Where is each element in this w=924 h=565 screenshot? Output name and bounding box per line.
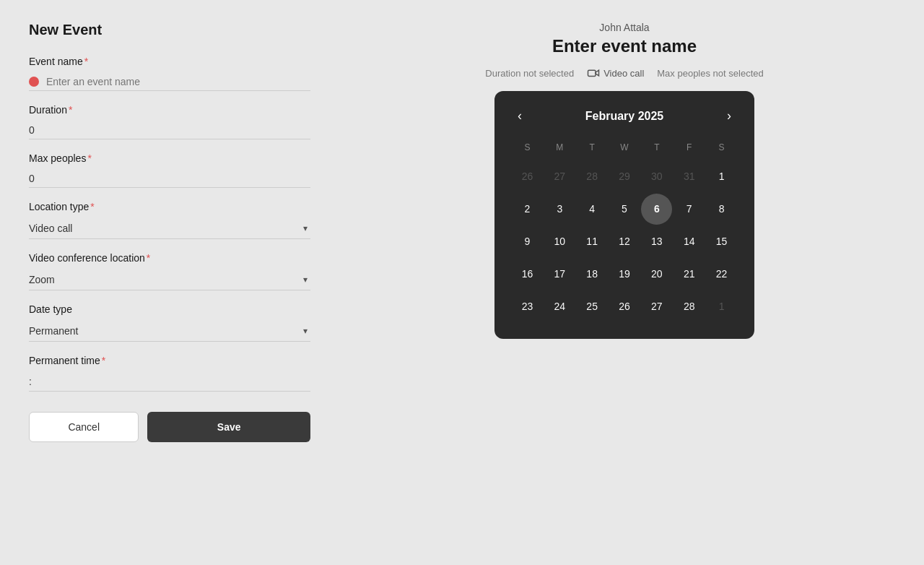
video-conference-select[interactable]: Zoom Google Meet Microsoft Teams xyxy=(29,269,310,290)
form-panel: New Event Event name* Duration* Max peop… xyxy=(29,22,310,442)
calendar-grid: SMTWTFS262728293031123456789101112131415… xyxy=(512,139,737,322)
calendar-day[interactable]: 7 xyxy=(674,194,705,225)
next-month-button[interactable]: › xyxy=(721,105,737,126)
event-name-display: Enter event name xyxy=(552,36,697,56)
calendar-day[interactable]: 28 xyxy=(577,161,608,192)
video-icon xyxy=(587,66,600,79)
location-type-select[interactable]: Video call In-person Phone call xyxy=(29,218,310,238)
permanent-time-group: Permanent time* xyxy=(29,355,310,392)
calendar-day[interactable]: 26 xyxy=(512,161,543,192)
duration-input[interactable] xyxy=(29,121,310,139)
calendar-day[interactable]: 29 xyxy=(609,161,640,192)
calendar-day[interactable]: 22 xyxy=(706,259,737,290)
video-conference-select-wrapper: Zoom Google Meet Microsoft Teams ▾ xyxy=(29,269,310,290)
calendar-day[interactable]: 18 xyxy=(577,259,608,290)
calendar-panel: John Attala Enter event name Duration no… xyxy=(354,22,895,339)
calendar-day[interactable]: 2 xyxy=(512,194,543,225)
calendar-day[interactable]: 1 xyxy=(706,290,737,322)
calendar-day[interactable]: 17 xyxy=(544,259,575,290)
form-title: New Event xyxy=(29,22,310,38)
event-name-label: Event name* xyxy=(29,56,310,67)
location-type-group: Location type* Video call In-person Phon… xyxy=(29,201,310,239)
calendar-day[interactable]: 25 xyxy=(577,290,608,322)
location-type-select-wrapper: Video call In-person Phone call ▾ xyxy=(29,218,310,239)
calendar-day[interactable]: 3 xyxy=(544,194,575,225)
day-of-week-header: S xyxy=(512,139,543,160)
calendar-day[interactable]: 31 xyxy=(674,161,705,192)
video-conference-group: Video conference location* Zoom Google M… xyxy=(29,252,310,290)
day-of-week-header: T xyxy=(641,139,672,160)
calendar-day[interactable]: 8 xyxy=(706,194,737,225)
calendar-day[interactable]: 9 xyxy=(512,226,543,257)
calendar-day[interactable]: 28 xyxy=(674,290,705,322)
max-peoples-meta: Max peoples not selected xyxy=(657,68,763,79)
video-conference-label: Video conference location* xyxy=(29,252,310,264)
calendar-day[interactable]: 24 xyxy=(544,290,575,322)
svg-rect-0 xyxy=(588,70,596,76)
day-of-week-header: M xyxy=(544,139,575,160)
cancel-button[interactable]: Cancel xyxy=(29,412,139,442)
required-star: * xyxy=(84,56,88,67)
calendar-day[interactable]: 21 xyxy=(674,259,705,290)
max-peoples-label: Max peoples* xyxy=(29,152,310,164)
date-type-group: Date type Permanent One-time Range ▾ xyxy=(29,303,310,342)
permanent-time-label: Permanent time* xyxy=(29,355,310,366)
date-type-select-wrapper: Permanent One-time Range ▾ xyxy=(29,321,310,342)
date-type-select[interactable]: Permanent One-time Range xyxy=(29,321,310,341)
calendar-day[interactable]: 14 xyxy=(674,226,705,257)
calendar-day[interactable]: 12 xyxy=(609,226,640,257)
meta-row: Duration not selected Video call Max peo… xyxy=(485,66,763,79)
event-name-input-wrapper xyxy=(29,73,310,91)
calendar-day[interactable]: 27 xyxy=(641,290,672,322)
location-type-label: Location type* xyxy=(29,201,310,212)
month-year-label: February 2025 xyxy=(585,110,664,123)
max-peoples-group: Max peoples* xyxy=(29,152,310,188)
event-name-input[interactable] xyxy=(46,76,310,87)
day-of-week-header: W xyxy=(609,139,640,160)
calendar-day[interactable]: 26 xyxy=(609,290,640,322)
calendar-day[interactable]: 15 xyxy=(706,226,737,257)
color-dot[interactable] xyxy=(29,77,39,87)
calendar-day[interactable]: 19 xyxy=(609,259,640,290)
calendar-day[interactable]: 13 xyxy=(641,226,672,257)
permanent-time-input[interactable] xyxy=(29,376,87,387)
calendar-day[interactable]: 10 xyxy=(544,226,575,257)
calendar-header: ‹ February 2025 › xyxy=(512,105,737,126)
calendar-day[interactable]: 27 xyxy=(544,161,575,192)
calendar-container: ‹ February 2025 › SMTWTFS262728293031123… xyxy=(494,91,754,339)
user-name: John Attala xyxy=(599,22,649,33)
button-row: Cancel Save xyxy=(29,412,310,442)
page-wrapper: New Event Event name* Duration* Max peop… xyxy=(29,22,895,442)
calendar-day[interactable]: 16 xyxy=(512,259,543,290)
calendar-day[interactable]: 5 xyxy=(609,194,640,225)
prev-month-button[interactable]: ‹ xyxy=(512,105,528,126)
calendar-day[interactable]: 30 xyxy=(641,161,672,192)
event-name-group: Event name* xyxy=(29,56,310,91)
calendar-day[interactable]: 11 xyxy=(577,226,608,257)
video-call-meta: Video call xyxy=(587,66,644,79)
calendar-day[interactable]: 20 xyxy=(641,259,672,290)
calendar-day[interactable]: 4 xyxy=(577,194,608,225)
day-of-week-header: T xyxy=(577,139,608,160)
save-button[interactable]: Save xyxy=(147,412,310,442)
date-type-label: Date type xyxy=(29,303,310,315)
duration-meta: Duration not selected xyxy=(485,68,574,79)
calendar-day[interactable]: 1 xyxy=(706,161,737,192)
duration-group: Duration* xyxy=(29,104,310,139)
day-of-week-header: F xyxy=(674,139,705,160)
calendar-day[interactable]: 23 xyxy=(512,290,543,322)
time-input-wrapper xyxy=(29,372,310,392)
day-of-week-header: S xyxy=(706,139,737,160)
max-peoples-input[interactable] xyxy=(29,170,310,188)
duration-label: Duration* xyxy=(29,104,310,116)
calendar-day[interactable]: 6 xyxy=(641,194,672,225)
